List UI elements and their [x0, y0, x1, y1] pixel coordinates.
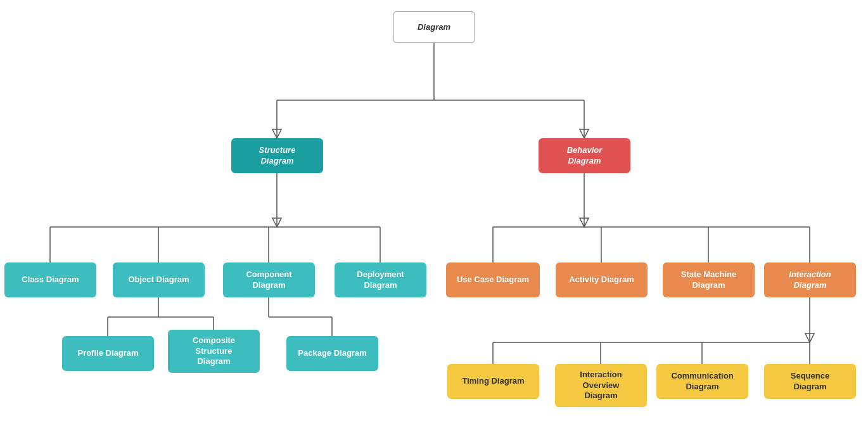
node-component-diagram: ComponentDiagram	[223, 263, 315, 297]
node-deployment-diagram: DeploymentDiagram	[335, 263, 426, 297]
svg-marker-28	[805, 334, 814, 342]
svg-marker-5	[580, 129, 589, 138]
node-object-diagram: Object Diagram	[113, 263, 205, 297]
diagram-container: Diagram StructureDiagram BehaviorDiagram…	[0, 0, 868, 428]
node-profile-diagram: Profile Diagram	[62, 336, 154, 371]
node-timing-diagram: Timing Diagram	[447, 364, 539, 399]
node-diagram: Diagram	[393, 11, 475, 43]
node-use-case-diagram: Use Case Diagram	[446, 263, 540, 297]
node-structure-diagram: StructureDiagram	[231, 138, 323, 173]
node-interaction-diagram: InteractionDiagram	[764, 263, 856, 297]
svg-marker-21	[580, 218, 589, 227]
svg-marker-7	[272, 218, 281, 227]
node-communication-diagram: CommunicationDiagram	[656, 364, 748, 399]
node-state-machine-diagram: State MachineDiagram	[663, 263, 755, 297]
node-interaction-overview-diagram: InteractionOverviewDiagram	[555, 364, 647, 407]
node-composite-structure-diagram: CompositeStructureDiagram	[168, 330, 260, 373]
node-sequence-diagram: SequenceDiagram	[764, 364, 856, 399]
node-behavior-diagram: BehaviorDiagram	[539, 138, 630, 173]
node-activity-diagram: Activity Diagram	[556, 263, 648, 297]
node-class-diagram: Class Diagram	[4, 263, 96, 297]
node-package-diagram: Package Diagram	[286, 336, 378, 371]
svg-marker-3	[272, 129, 281, 138]
